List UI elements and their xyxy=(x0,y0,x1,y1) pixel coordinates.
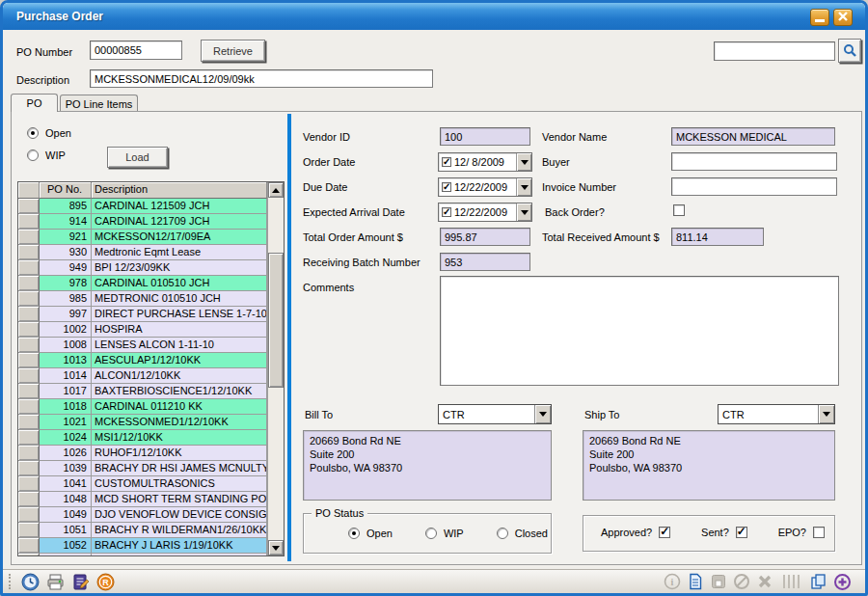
bill-to-dropdown[interactable]: CTR xyxy=(438,404,552,424)
po-status-radio-open[interactable]: Open xyxy=(348,528,393,539)
table-row[interactable]: 1048MCD SHORT TERM STANDING PO xyxy=(18,492,267,507)
open-radio[interactable]: Open xyxy=(27,127,71,139)
flag-checkbox[interactable] xyxy=(659,527,670,538)
table-row[interactable]: 949BPI 12/23/09KK xyxy=(18,260,267,276)
order-date-picker[interactable]: 12/ 8/2009 xyxy=(438,152,532,172)
po-no-column-header[interactable]: PO No. xyxy=(40,182,92,199)
search-input[interactable] xyxy=(714,41,835,61)
buyer-input[interactable] xyxy=(671,152,837,171)
arrow-down-icon xyxy=(823,412,830,417)
document-icon[interactable] xyxy=(687,573,704,590)
flag-epo[interactable]: EPO? xyxy=(778,527,825,538)
description-cell: DIRECT PURCHASE LENSE 1-7-10 xyxy=(92,307,267,322)
due-date-dropdown-button[interactable] xyxy=(516,178,531,196)
table-row[interactable]: 921MCKESSON12/17/09EA xyxy=(18,230,267,245)
table-row[interactable]: 1021MCKESSONMED1/12/10KK xyxy=(18,415,267,430)
expected-arrival-date-picker[interactable]: 12/22/2009 xyxy=(438,203,532,222)
description-cell: ALCON1/12/10KK xyxy=(92,368,267,384)
load-button[interactable]: Load xyxy=(107,147,168,168)
order-date-dropdown-button[interactable] xyxy=(516,153,531,171)
row-selector-cell xyxy=(18,199,40,214)
table-row[interactable]: 1039BRACHY DR HSI JAMES MCNULTY xyxy=(18,461,267,476)
po-no-cell: 1041 xyxy=(40,476,92,492)
radio-button[interactable] xyxy=(425,528,437,539)
row-selector-cell xyxy=(18,554,40,555)
table-row[interactable]: 978CARDINAL 010510 JCH xyxy=(18,276,267,291)
expected-arrival-date-label: Expected Arrival Date xyxy=(303,206,405,218)
description-column-header[interactable]: Description xyxy=(92,182,267,199)
table-row[interactable]: 1017BAXTERBIOSCIENCE1/12/10KK xyxy=(18,384,267,399)
ship-to-dropdown[interactable]: CTR xyxy=(718,404,835,424)
po-status-radio-wip[interactable]: WIP xyxy=(425,528,464,539)
ship-to-dropdown-button[interactable] xyxy=(818,405,834,423)
table-scrollbar[interactable] xyxy=(267,182,284,555)
print-icon[interactable] xyxy=(46,573,65,591)
po-no-cell: 1024 xyxy=(40,430,92,446)
description-input[interactable]: MCKESSONMEDICAL12/09/09kk xyxy=(90,69,433,88)
add-record-icon[interactable] xyxy=(833,573,852,591)
table-row[interactable]: 1013AESCULAP1/12/10KK xyxy=(18,353,267,368)
radio-button[interactable] xyxy=(497,528,508,539)
due-date-picker[interactable]: 12/22/2009 xyxy=(438,177,532,197)
scroll-down-button[interactable] xyxy=(268,540,284,555)
search-button[interactable] xyxy=(838,39,861,63)
po-status-radio-closed[interactable]: Closed xyxy=(497,528,548,539)
description-label: Description xyxy=(16,74,69,86)
radio-button[interactable] xyxy=(348,528,360,539)
table-row[interactable]: 1014ALCON1/12/10KK xyxy=(18,368,267,384)
description-cell: CARDINAL 010510 JCH xyxy=(92,276,267,291)
retrieve-button[interactable]: Retrieve xyxy=(201,40,265,62)
edit-note-icon[interactable] xyxy=(71,573,90,591)
table-row[interactable]: 985MEDTRONIC 010510 JCH xyxy=(18,291,267,307)
table-row[interactable]: 1002HOSPIRA xyxy=(18,322,267,338)
invoice-number-input[interactable] xyxy=(671,177,837,196)
table-row[interactable]: 1008LENSES ALCON 1-11-10 xyxy=(18,338,267,353)
scrollbar-thumb[interactable] xyxy=(268,253,284,388)
table-row[interactable]: 930Medtronic Eqmt Lease xyxy=(18,245,267,260)
wip-radio[interactable]: WIP xyxy=(27,149,66,161)
tab-po-line-items[interactable]: PO Line Items xyxy=(60,95,138,112)
minimize-button[interactable] xyxy=(810,9,829,26)
table-row[interactable]: 1024MSI1/12/10KK xyxy=(18,430,267,446)
receiving-batch-number-field: 953 xyxy=(440,253,530,271)
expected-arrival-date-dropdown-button[interactable] xyxy=(516,203,531,221)
scroll-up-button[interactable] xyxy=(268,182,284,198)
arrow-up-icon xyxy=(272,188,280,193)
table-row[interactable]: 997DIRECT PURCHASE LENSE 1-7-10 xyxy=(18,307,267,322)
bill-to-dropdown-button[interactable] xyxy=(534,405,551,423)
flag-label: Approved? xyxy=(601,527,652,538)
recall-icon[interactable]: R xyxy=(96,573,115,591)
table-row[interactable]: 1041CUSTOMULTRASONICS xyxy=(18,476,267,492)
order-date-checkbox[interactable] xyxy=(442,157,451,167)
table-row[interactable]: 1018CARDINAL 011210 KK xyxy=(18,399,267,415)
table-row[interactable]: 914CARDINAL 121709 JCH xyxy=(18,214,267,230)
back-order-checkbox[interactable] xyxy=(673,204,685,216)
po-number-input[interactable]: 00000855 xyxy=(90,41,182,60)
row-selector-cell xyxy=(18,446,40,461)
flag-sent[interactable]: Sent? xyxy=(701,527,747,538)
table-row[interactable]: 1049DJO VENOFLOW DEVICE CONSIG xyxy=(18,507,267,523)
table-row[interactable]: 895CARDINAL 121509 JCH xyxy=(18,199,267,214)
close-button[interactable] xyxy=(833,9,853,26)
table-row[interactable]: 1052BRACHY J LARIS 1/19/10KK xyxy=(18,538,267,554)
due-date-checkbox[interactable] xyxy=(442,182,451,192)
po-no-cell: 1013 xyxy=(40,353,92,368)
tab-po[interactable]: PO xyxy=(11,94,58,112)
flag-checkbox[interactable] xyxy=(736,527,747,538)
flag-approved[interactable]: Approved? xyxy=(601,527,670,538)
toolbar-grip xyxy=(9,574,13,589)
clock-icon[interactable] xyxy=(21,573,40,591)
row-selector-cell xyxy=(18,353,40,368)
vendor-name-label: Vendor Name xyxy=(542,131,607,143)
table-row[interactable]: 1053BRACHY T CARLSON1/19/10KK xyxy=(18,554,267,555)
flag-checkbox[interactable] xyxy=(813,527,825,538)
wip-radio-button[interactable] xyxy=(27,149,39,161)
table-row[interactable]: 1026RUHOF1/12/10KK xyxy=(18,446,267,461)
comments-textarea[interactable] xyxy=(440,276,839,386)
table-row[interactable]: 1051BRACHY R WILDERMAN1/26/10KK xyxy=(18,523,267,538)
open-radio-button[interactable] xyxy=(27,127,39,139)
copy-icon[interactable] xyxy=(809,573,827,591)
expected-arrival-date-checkbox[interactable] xyxy=(442,207,451,217)
description-cell: BRACHY T CARLSON1/19/10KK xyxy=(92,554,267,555)
po-no-cell: 1018 xyxy=(40,399,92,415)
